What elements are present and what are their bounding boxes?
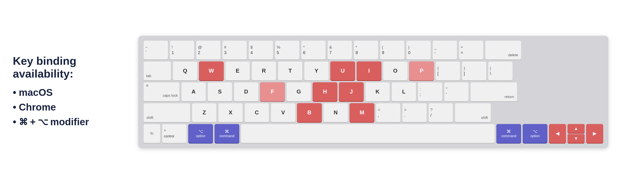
key-c[interactable]: C <box>244 103 269 122</box>
key-arrow-up[interactable]: ▲ <box>568 124 584 133</box>
key-tab[interactable]: tab <box>143 61 171 81</box>
key-4[interactable]: $ 4 <box>248 40 273 60</box>
key-space[interactable] <box>241 124 495 143</box>
keyboard: ~ ` ! 1 @ 2 # 3 $ 4 % 5 <box>138 36 608 148</box>
key-backtick[interactable]: ~ ` <box>143 40 168 60</box>
chrome-label: Chrome <box>19 100 56 115</box>
key-u[interactable]: U <box>330 61 355 81</box>
qwerty-row: tab Q W E R T Y U I <box>143 61 603 81</box>
key-5[interactable]: % 5 <box>275 40 300 60</box>
key-q[interactable]: Q <box>173 61 198 81</box>
key-arrow-left[interactable]: ◀ <box>549 124 566 143</box>
asdf-row: caps lock A S D F G H J <box>143 82 603 101</box>
key-backslash[interactable]: | \ <box>488 61 513 81</box>
cmd-symbol: ⌘ <box>19 115 28 129</box>
key-j[interactable]: J <box>339 82 364 101</box>
key-f[interactable]: F <box>260 82 285 101</box>
macos-label: macOS <box>19 85 53 100</box>
key-delete[interactable]: delete <box>485 40 521 60</box>
key-slash[interactable]: ? / <box>428 103 453 122</box>
key-minus[interactable]: _ - <box>432 40 457 60</box>
key-shift-left[interactable]: shift <box>143 103 190 122</box>
key-h[interactable]: H <box>312 82 338 101</box>
key-v[interactable]: V <box>271 103 296 122</box>
key-6[interactable]: ^ 6 <box>301 40 326 60</box>
key-i[interactable]: I <box>356 61 382 81</box>
key-w[interactable]: W <box>199 61 224 81</box>
key-comma[interactable]: < , <box>376 103 401 122</box>
key-period[interactable]: > . <box>402 103 427 122</box>
key-k[interactable]: K <box>365 82 390 101</box>
number-row: ~ ` ! 1 @ 2 # 3 $ 4 % 5 <box>143 40 603 60</box>
opt-symbol: ⌥ <box>38 115 48 129</box>
key-shift-right[interactable]: shift <box>455 103 491 122</box>
page-title: Key binding availability: <box>13 55 107 80</box>
key-bracket-close[interactable]: } ] <box>462 61 486 81</box>
list-item-macos: macOS <box>13 85 107 100</box>
key-a[interactable]: A <box>181 82 206 101</box>
key-arrow-down[interactable]: ▼ <box>568 134 584 143</box>
keyboard-wrap: ~ ` ! 1 @ 2 # 3 $ 4 % 5 <box>116 36 631 148</box>
key-o[interactable]: O <box>383 61 408 81</box>
key-x[interactable]: X <box>218 103 243 122</box>
availability-list: macOS Chrome ⌘ + ⌥ modifier <box>13 85 107 129</box>
key-t[interactable]: T <box>278 61 302 81</box>
key-quote[interactable]: " ' <box>444 82 469 101</box>
key-b[interactable]: B <box>297 103 322 122</box>
key-s[interactable]: S <box>208 82 232 101</box>
zxcv-row: shift Z X C V B N M < <box>143 103 603 122</box>
key-bracket-open[interactable]: { [ <box>436 61 460 81</box>
up-down-stack: ▲ ▼ <box>568 124 584 143</box>
key-9[interactable]: ( 9 <box>380 40 405 60</box>
key-arrow-right[interactable]: ▶ <box>586 124 603 143</box>
key-2[interactable]: @ 2 <box>196 40 221 60</box>
list-item-modifier: ⌘ + ⌥ modifier <box>13 115 107 129</box>
plus-sign: + <box>30 115 36 129</box>
key-m[interactable]: M <box>350 103 374 122</box>
arrow-cluster: ◀ ▲ ▼ ▶ <box>549 124 603 143</box>
key-l[interactable]: L <box>392 82 416 101</box>
key-return[interactable]: return <box>470 82 517 101</box>
key-g[interactable]: G <box>286 82 311 101</box>
modifier-text: modifier <box>50 115 89 129</box>
key-option-left[interactable]: ⌥ option <box>188 124 213 143</box>
list-item-chrome: Chrome <box>13 100 107 115</box>
key-command-right[interactable]: ⌘ command <box>496 124 521 143</box>
key-0[interactable]: ) 0 <box>406 40 431 60</box>
key-z[interactable]: Z <box>192 103 217 122</box>
modifier-line: ⌘ + ⌥ modifier <box>19 115 89 129</box>
bottom-row: fn ^ control ⌥ option ⌘ command ⌘ <box>143 124 603 143</box>
key-equals[interactable]: + = <box>459 40 484 60</box>
key-option-right[interactable]: ⌥ option <box>523 124 548 143</box>
key-r[interactable]: R <box>252 61 276 81</box>
key-control[interactable]: ^ control <box>162 124 187 143</box>
key-3[interactable]: # 3 <box>222 40 247 60</box>
key-fn[interactable]: fn <box>143 124 160 143</box>
key-n[interactable]: N <box>323 103 348 122</box>
caps-lock-led <box>146 85 148 87</box>
left-panel: Key binding availability: macOS Chrome ⌘… <box>13 55 116 129</box>
key-d[interactable]: D <box>234 82 258 101</box>
key-semicolon[interactable]: : ; <box>418 82 442 101</box>
key-e[interactable]: E <box>225 61 250 81</box>
key-7[interactable]: & 7 <box>327 40 352 60</box>
key-caps-lock[interactable]: caps lock <box>143 82 180 101</box>
key-y[interactable]: Y <box>304 61 329 81</box>
key-1[interactable]: ! 1 <box>170 40 194 60</box>
key-8[interactable]: * 8 <box>354 40 378 60</box>
key-command-left[interactable]: ⌘ command <box>214 124 239 143</box>
key-p[interactable]: P <box>409 61 434 81</box>
